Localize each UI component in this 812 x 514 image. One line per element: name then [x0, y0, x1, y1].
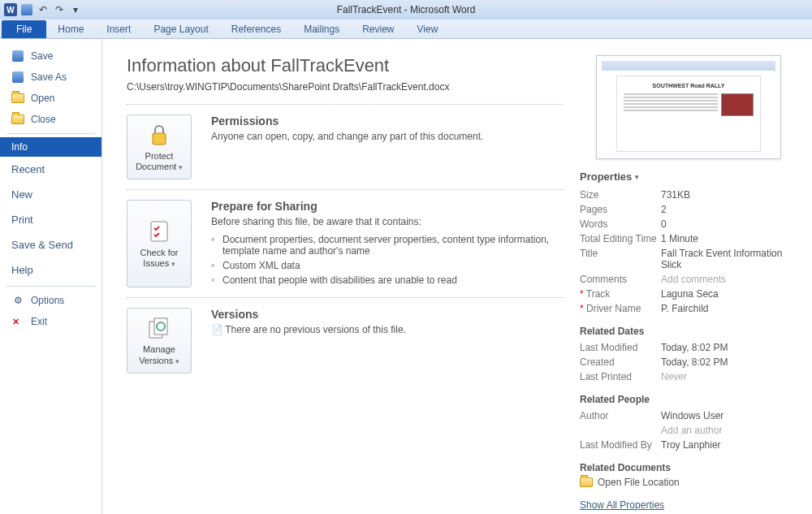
thumbnail-ribbon	[602, 61, 775, 71]
prop-value-created: Today, 8:02 PM	[661, 356, 797, 368]
tab-view[interactable]: View	[406, 20, 450, 38]
related-dates-header: Related Dates	[580, 326, 797, 337]
prop-label-lastmodby: Last Modified By	[580, 439, 661, 451]
prop-label-editing-time: Total Editing Time	[580, 233, 661, 244]
ribbon-tabs: File Home Insert Page Layout References …	[0, 19, 812, 39]
sidebar-item-label: Save As	[31, 71, 67, 83]
sidebar-item-open[interactable]: Open	[0, 88, 102, 109]
sidebar-item-info[interactable]: Info	[0, 137, 102, 157]
exit-icon	[11, 315, 24, 328]
prop-value-driver[interactable]: P. Fairchild	[661, 303, 797, 314]
sidebar-item-close[interactable]: Close	[0, 109, 102, 130]
section-title: Prepare for Sharing	[211, 200, 564, 213]
prop-value-author: Windows User	[661, 410, 797, 421]
sidebar-item-label: Open	[31, 93, 54, 104]
thumbnail-title: SOUTHWEST Road RALLY	[624, 83, 754, 89]
sidebar-item-new[interactable]: New	[0, 182, 102, 207]
open-icon	[11, 92, 24, 105]
sidebar-item-label: Close	[31, 114, 56, 125]
separator	[127, 189, 564, 190]
qat-more-icon[interactable]: ▾	[68, 2, 83, 17]
tab-home[interactable]: Home	[46, 20, 95, 38]
sidebar-item-label: Options	[31, 295, 64, 306]
sidebar-item-label: Save	[31, 50, 53, 62]
tab-page-layout[interactable]: Page Layout	[142, 20, 219, 38]
sidebar-item-print[interactable]: Print	[0, 207, 102, 232]
section-text: 📄 There are no previous versions of this…	[211, 324, 564, 335]
info-panel: Information about FallTrackEvent C:\User…	[102, 39, 812, 514]
thumbnail-page: SOUTHWEST Road RALLY	[616, 76, 761, 152]
sidebar-item-exit[interactable]: Exit	[0, 311, 102, 332]
quick-access-toolbar: W ↶ ↷ ▾	[3, 2, 83, 17]
prop-value-track[interactable]: Laguna Seca	[661, 288, 797, 300]
issue-item: Document properties, document server pro…	[222, 232, 564, 258]
word-app-icon[interactable]: W	[3, 2, 18, 17]
open-file-location-link[interactable]: Open File Location	[580, 477, 797, 488]
versions-icon	[146, 315, 172, 341]
document-thumbnail[interactable]: SOUTHWEST Road RALLY	[596, 55, 781, 159]
sidebar-item-save-as[interactable]: Save As	[0, 67, 102, 88]
prop-value-title[interactable]: Fall Track Event Information Slick	[661, 248, 797, 270]
prop-value-comments[interactable]: Add comments	[661, 274, 797, 285]
save-icon[interactable]	[19, 2, 34, 17]
tab-mailings[interactable]: Mailings	[292, 20, 351, 38]
separator	[6, 133, 95, 134]
thumbnail-image	[721, 93, 754, 116]
button-label: Protect Document	[131, 151, 188, 172]
separator	[6, 286, 95, 287]
section-text: Anyone can open, copy, and change any pa…	[211, 131, 564, 142]
file-path: C:\Users\troy.WINGTIP\Documents\SharePoi…	[127, 81, 564, 93]
prop-label-title: Title	[580, 248, 661, 270]
page-title: Information about FallTrackEvent	[127, 55, 564, 76]
save-as-icon	[11, 71, 24, 84]
checklist-icon	[146, 218, 172, 244]
section-title: Permissions	[211, 114, 564, 127]
prop-value-printed: Never	[661, 371, 797, 382]
save-icon	[11, 50, 24, 63]
sidebar-item-help[interactable]: Help	[0, 257, 102, 283]
properties-panel: SOUTHWEST Road RALLY Properties Size731K…	[580, 55, 797, 506]
prop-label-size: Size	[580, 189, 661, 201]
issue-list: Document properties, document server pro…	[211, 232, 564, 287]
tab-references[interactable]: References	[220, 20, 292, 38]
button-label: Check for Issues	[131, 248, 188, 269]
prop-label-track: Track	[580, 288, 661, 300]
tab-file[interactable]: File	[2, 20, 46, 38]
manage-versions-button[interactable]: Manage Versions	[127, 308, 192, 373]
sidebar-item-label: Info	[11, 141, 28, 153]
sidebar-item-options[interactable]: ⚙Options	[0, 290, 102, 311]
prop-label-modified: Last Modified	[580, 342, 661, 353]
backstage-sidebar: Save Save As Open Close Info Recent New …	[0, 39, 102, 514]
prop-label-words: Words	[580, 218, 661, 230]
prop-value-lastmodby: Troy Lanphier	[661, 439, 797, 451]
undo-icon[interactable]: ↶	[36, 2, 50, 17]
prop-value-pages: 2	[661, 204, 797, 215]
protect-document-button[interactable]: Protect Document	[127, 114, 192, 179]
title-bar: W ↶ ↷ ▾ FallTrackEvent - Microsoft Word	[0, 0, 812, 19]
document-icon: 📄	[211, 324, 222, 335]
separator	[127, 104, 564, 105]
sidebar-item-save-send[interactable]: Save & Send	[0, 232, 102, 257]
prop-value-words: 0	[661, 218, 797, 230]
check-for-issues-button[interactable]: Check for Issues	[127, 200, 192, 287]
prop-label-pages: Pages	[580, 204, 661, 215]
prop-label-comments: Comments	[580, 274, 661, 285]
show-all-properties-link[interactable]: Show All Properties	[580, 499, 797, 511]
prop-label-driver: Driver Name	[580, 303, 661, 314]
svg-rect-1	[151, 222, 167, 241]
redo-icon[interactable]: ↷	[52, 2, 67, 17]
prop-value-editing-time: 1 Minute	[661, 233, 797, 244]
tab-insert[interactable]: Insert	[95, 20, 142, 38]
lock-icon	[146, 122, 172, 148]
sidebar-item-recent[interactable]: Recent	[0, 157, 102, 182]
related-documents-header: Related Documents	[580, 462, 797, 473]
properties-dropdown[interactable]: Properties	[580, 171, 797, 183]
sidebar-item-save[interactable]: Save	[0, 45, 102, 67]
related-people-header: Related People	[580, 394, 797, 405]
section-title: Versions	[211, 308, 564, 321]
add-author-input[interactable]: Add an author	[661, 425, 797, 436]
tab-review[interactable]: Review	[351, 20, 405, 38]
window-title: FallTrackEvent - Microsoft Word	[337, 4, 476, 15]
section-text: Before sharing this file, be aware that …	[211, 216, 564, 227]
options-icon: ⚙	[11, 294, 24, 307]
